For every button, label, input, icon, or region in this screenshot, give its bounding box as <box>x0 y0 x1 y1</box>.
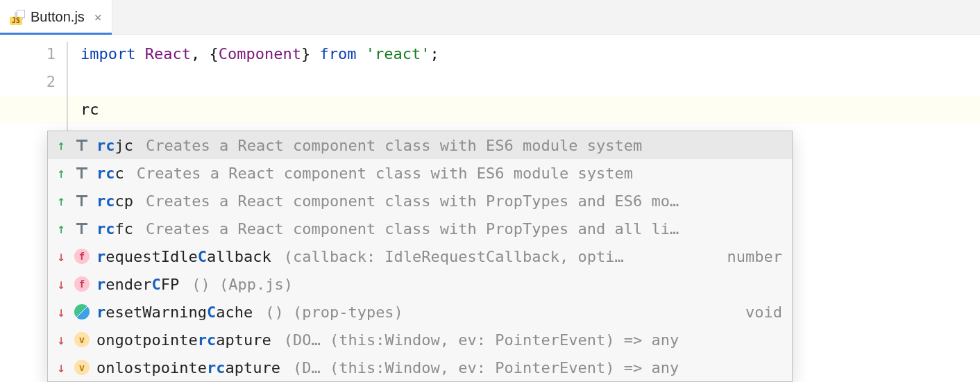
variable-icon: v <box>74 332 90 347</box>
arrow-down-icon: ↓ <box>55 277 67 291</box>
function-icon: f <box>74 276 90 292</box>
arrow-down-icon: ↓ <box>55 305 67 319</box>
template-icon <box>75 195 89 206</box>
template-icon <box>75 167 89 178</box>
template-icon <box>75 223 89 234</box>
completion-item[interactable]: ↑rccpCreates a React component class wit… <box>48 187 792 215</box>
arrow-down-icon: ↓ <box>55 249 67 263</box>
code-line: import React, {Component} from 'react'; <box>67 40 980 68</box>
completion-description: (callback: IdleRequestCallback, opti… <box>284 248 715 265</box>
completion-item[interactable]: ↑rcfcCreates a React component class wit… <box>48 215 792 242</box>
completion-description: Creates a React component class with Pro… <box>146 220 782 238</box>
arrow-up-icon: ↑ <box>55 166 67 180</box>
completion-type: void <box>745 304 782 321</box>
completion-description: (DO… (this:Window, ev: PointerEvent) => … <box>284 331 782 349</box>
completion-description: Creates a React component class with Pro… <box>146 192 782 210</box>
template-icon <box>75 140 89 151</box>
arrow-down-icon: ↓ <box>55 360 67 374</box>
completion-description: Creates a React component class with ES6… <box>146 137 782 154</box>
completion-popup[interactable]: ↑rcjcCreates a React component class wit… <box>47 131 793 382</box>
completion-name: requestIdleCallback <box>96 248 271 265</box>
close-icon[interactable]: × <box>94 10 102 24</box>
completion-name: rcjc <box>96 137 133 154</box>
item-kind-icon: v <box>73 332 91 347</box>
arrow-down-icon: ↓ <box>55 333 67 347</box>
completion-item[interactable]: ↓frequestIdleCallback(callback: IdleRequ… <box>48 242 792 270</box>
completion-name: resetWarningCache <box>96 304 253 321</box>
item-kind-icon <box>73 140 91 151</box>
module-icon <box>74 304 90 319</box>
completion-name: rcc <box>96 165 124 182</box>
arrow-up-icon: ↑ <box>55 138 67 152</box>
completion-description: Creates a React component class with ES6… <box>137 165 782 182</box>
item-kind-icon <box>73 304 91 319</box>
arrow-up-icon: ↑ <box>55 194 67 208</box>
item-kind-icon <box>73 167 91 178</box>
completion-description: () (App.js) <box>192 276 782 293</box>
line-number: 2 <box>11 68 56 96</box>
completion-item[interactable]: ↓vonlostpointercapture (D… (this:Window,… <box>48 354 792 381</box>
arrow-up-icon: ↑ <box>55 222 67 235</box>
completion-item[interactable]: ↑rccCreates a React component class with… <box>48 159 792 187</box>
code-line <box>67 68 980 96</box>
completion-description: (D… (this:Window, ev: PointerEvent) => a… <box>293 359 782 376</box>
line-number: 1 <box>11 40 56 68</box>
item-kind-icon: f <box>73 249 91 264</box>
tab-button-js[interactable]: JS Button.js × <box>0 0 112 34</box>
variable-icon: v <box>74 360 90 375</box>
js-file-icon: JS <box>10 10 25 25</box>
item-kind-icon: f <box>73 276 91 292</box>
completion-item[interactable]: ↑rcjcCreates a React component class wit… <box>48 131 792 159</box>
completion-description: () (prop-types) <box>265 304 733 321</box>
completion-name: rcfc <box>96 220 133 238</box>
completion-name: rccp <box>96 192 133 210</box>
completion-name: renderCFP <box>96 276 179 293</box>
completion-item[interactable]: ↓resetWarningCache() (prop-types)void <box>48 298 792 326</box>
tab-label: Button.js <box>31 9 85 25</box>
function-icon: f <box>74 249 90 264</box>
item-kind-icon: v <box>73 360 91 375</box>
typed-text: rc <box>81 101 99 118</box>
tab-bar: JS Button.js × <box>0 0 980 35</box>
completion-type: number <box>727 248 782 265</box>
code-line: rc <box>67 96 980 124</box>
completion-item[interactable]: ↓frenderCFP() (App.js) <box>48 270 792 298</box>
item-kind-icon <box>73 195 91 206</box>
completion-name: ongotpointercapture <box>96 331 271 349</box>
completion-item[interactable]: ↓vongotpointercapture (DO… (this:Window,… <box>48 326 792 354</box>
completion-name: onlostpointercapture <box>96 359 280 376</box>
item-kind-icon <box>73 223 91 234</box>
